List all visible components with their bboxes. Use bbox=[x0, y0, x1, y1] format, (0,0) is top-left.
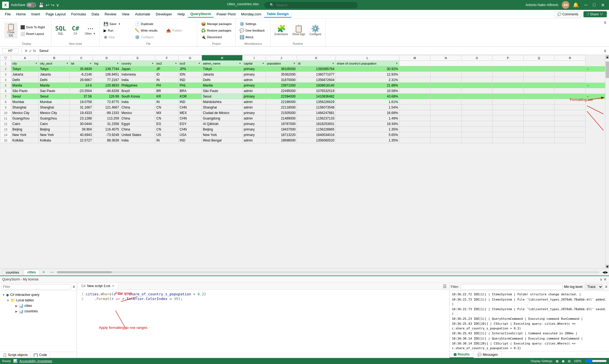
cell-J-3[interactable]: 35362000 bbox=[266, 72, 297, 77]
cell-D-14[interactable]: -73.9249 bbox=[93, 132, 120, 138]
csharp-button[interactable]: C# C# bbox=[69, 24, 82, 37]
empty-cell-4[interactable] bbox=[492, 77, 523, 83]
cell-J-6[interactable]: 22495000 bbox=[266, 88, 297, 94]
scroll-up-button[interactable]: ▲ bbox=[606, 55, 609, 59]
cell-F-9[interactable]: CN bbox=[155, 105, 179, 110]
cell-F-2[interactable]: JP bbox=[155, 66, 179, 72]
col-header-H[interactable]: H bbox=[202, 55, 242, 61]
empty-cell-4[interactable] bbox=[461, 77, 492, 83]
empty-cell-10[interactable] bbox=[461, 110, 492, 116]
cell-L-2[interactable]: 30.92% bbox=[336, 66, 399, 72]
cell-L-5[interactable]: 21.88% bbox=[336, 83, 399, 88]
col-header-C[interactable]: C bbox=[70, 55, 93, 61]
cell-G-4[interactable]: IND bbox=[179, 77, 202, 83]
formula-expand-button[interactable]: ∨ bbox=[604, 48, 607, 53]
cell-E-13[interactable]: China bbox=[120, 127, 155, 132]
formula-insert-function-icon[interactable]: fx bbox=[33, 49, 36, 53]
cell-D-3[interactable]: 106.8451 bbox=[93, 72, 120, 77]
filter-icon-admin-name[interactable]: ▼ bbox=[239, 62, 241, 65]
scroll-thumb-h[interactable] bbox=[57, 271, 112, 273]
settings-button[interactable]: ⚙️ Settings bbox=[238, 21, 268, 27]
row-header-13[interactable]: 13 bbox=[0, 127, 11, 132]
cell-J-4[interactable]: 31870000 bbox=[266, 77, 297, 83]
cell-K-9[interactable]: 1156073548 bbox=[297, 105, 336, 110]
cell-C-8[interactable]: 19.0758 bbox=[70, 99, 93, 105]
empty-cell-8[interactable] bbox=[399, 99, 430, 105]
cell-C-6[interactable]: -23.5504 bbox=[70, 88, 93, 94]
cell-C-13[interactable]: 39.904 bbox=[70, 127, 93, 132]
filter-icon-population[interactable]: ▼ bbox=[293, 62, 296, 65]
cell-H-7[interactable]: Seoul bbox=[202, 94, 242, 99]
cell-G-11[interactable]: CHN bbox=[179, 116, 202, 121]
menu-insert[interactable]: Insert bbox=[29, 11, 43, 17]
page-break-icon[interactable]: ▤ bbox=[568, 359, 571, 363]
script-objects-tab[interactable]: 📋 Script objects bbox=[0, 352, 31, 358]
editor-tab-close-icon[interactable]: ✕ bbox=[112, 284, 115, 288]
cell-D-4[interactable]: 77.2167 bbox=[93, 77, 120, 83]
empty-cell-11[interactable] bbox=[430, 116, 461, 121]
empty-cell-12[interactable] bbox=[492, 121, 523, 127]
cell-I-4[interactable]: admin bbox=[243, 77, 266, 83]
extensions-button[interactable]: 🧩 Extensions bbox=[273, 24, 290, 37]
cell-A-13[interactable]: Beijing bbox=[11, 127, 39, 132]
cell-A-5[interactable]: Manila bbox=[11, 83, 39, 88]
vertical-scrollbar[interactable]: ▲ ▼ bbox=[605, 55, 609, 268]
header-iso2[interactable]: iso2▼ bbox=[155, 61, 179, 66]
cell-H-5[interactable]: Manila bbox=[202, 83, 242, 88]
header-admin-name[interactable]: admin_name▼ bbox=[202, 61, 242, 66]
cell-F-12[interactable]: EG bbox=[155, 121, 179, 127]
col-header-K[interactable]: K bbox=[297, 55, 336, 61]
col-header-N[interactable]: N bbox=[430, 55, 461, 61]
autosave-toggle[interactable]: Off bbox=[26, 2, 36, 7]
empty-cell-15[interactable] bbox=[524, 138, 555, 143]
sql-button[interactable]: SQL SQL bbox=[54, 24, 68, 37]
cell-K-15[interactable]: 1356060520 bbox=[297, 138, 336, 143]
cell-G-14[interactable]: USA bbox=[179, 132, 202, 138]
empty-cell-6[interactable] bbox=[524, 88, 555, 94]
cell-B-10[interactable]: Mexico City bbox=[39, 110, 70, 116]
cell-B-4[interactable]: Delhi bbox=[39, 77, 70, 83]
filter-icon-lng[interactable]: ▼ bbox=[116, 62, 119, 65]
about-button[interactable]: ℹ️ About bbox=[238, 34, 268, 40]
empty-cell-11[interactable] bbox=[555, 116, 586, 121]
cell-B-13[interactable]: Beijing bbox=[39, 127, 70, 132]
cell-B-2[interactable]: Tokyo bbox=[39, 66, 70, 72]
cell-A-9[interactable]: Shanghai bbox=[11, 105, 39, 110]
cell-J-13[interactable]: 19437000 bbox=[266, 127, 297, 132]
normal-view-icon[interactable]: ▦ bbox=[556, 359, 558, 363]
ribbon-expand[interactable]: ∨ bbox=[604, 19, 607, 46]
reset-layout-button[interactable]: ⬜ Reset Layout bbox=[19, 31, 49, 37]
cell-K-4[interactable]: 1356872604 bbox=[297, 77, 336, 83]
cell-F-4[interactable]: IN bbox=[155, 77, 179, 83]
empty-cell-4[interactable] bbox=[555, 77, 586, 83]
empty-cell-8[interactable] bbox=[461, 99, 492, 105]
filter-icon-iso3[interactable]: ▼ bbox=[198, 62, 201, 65]
cell-H-2[interactable]: Tōkyō bbox=[202, 66, 242, 72]
cell-J-5[interactable]: 23971000 bbox=[266, 83, 297, 88]
cell-E-11[interactable]: China bbox=[120, 116, 155, 121]
page-layout-icon[interactable]: ▣ bbox=[562, 359, 564, 363]
cell-I-2[interactable]: primary bbox=[243, 66, 266, 72]
empty-cell-12[interactable] bbox=[524, 121, 555, 127]
cell-K-7[interactable]: 1410836482 bbox=[297, 94, 336, 99]
cell-E-5[interactable]: Philippines bbox=[120, 83, 155, 88]
cell-E-10[interactable]: Mexico bbox=[120, 110, 155, 116]
cell-I-13[interactable]: primary bbox=[243, 127, 266, 132]
empty-cell-2[interactable] bbox=[399, 66, 430, 72]
formula-input[interactable] bbox=[38, 48, 601, 53]
cell-F-14[interactable]: US bbox=[155, 132, 179, 138]
cell-G-12[interactable]: EGY bbox=[179, 121, 202, 127]
cell-D-13[interactable]: 116.4075 bbox=[93, 127, 120, 132]
cell-E-15[interactable]: India bbox=[120, 138, 155, 143]
cell-F-8[interactable]: IN bbox=[155, 99, 179, 105]
cell-D-6[interactable]: -46.6339 bbox=[93, 88, 120, 94]
cell-I-7[interactable]: primary bbox=[243, 94, 266, 99]
cell-I-11[interactable]: admin bbox=[243, 116, 266, 121]
cell-B-7[interactable]: Seoul bbox=[39, 94, 70, 99]
row-header-10[interactable]: 10 bbox=[0, 110, 11, 116]
col-header-D[interactable]: D bbox=[93, 55, 120, 61]
cell-A-4[interactable]: Delhi bbox=[11, 77, 39, 83]
cell-B-15[interactable]: Kolkata bbox=[39, 138, 70, 143]
empty-cell-5[interactable] bbox=[555, 83, 586, 88]
cell-D-10[interactable]: -99.1333 bbox=[93, 110, 120, 116]
